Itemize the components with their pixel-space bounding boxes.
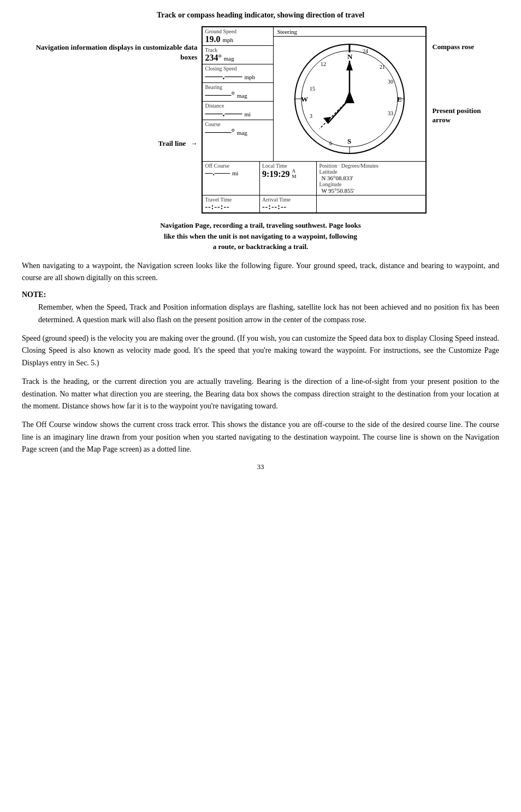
page-number: 33: [22, 463, 499, 471]
body-para-4: The Off Course window shows the current …: [22, 419, 499, 455]
num-21: 21: [380, 64, 385, 70]
north-pointer: [346, 61, 353, 70]
body-para-3: Track is the heading, or the current dir…: [22, 376, 499, 412]
track-value: 234° mag: [205, 53, 271, 63]
compass-S: S: [347, 137, 351, 145]
am-pm-indicator: AM: [292, 169, 297, 180]
distance-value: ——.—— mi: [205, 109, 271, 118]
data-column: Ground Speed 19.0 mph Track 234° mag: [203, 27, 274, 161]
num-33: 33: [388, 110, 393, 116]
longitude-value: W 95°50.855': [321, 187, 423, 194]
course-box: Course ———° mag: [203, 120, 273, 138]
travel-time-label: Travel Time: [205, 197, 257, 203]
latitude-label: Latitude: [319, 169, 423, 175]
closing-speed-box: Closing Speed ——.—— mph: [203, 64, 273, 83]
bearing-unit: mag: [237, 92, 247, 99]
closing-speed-value: ——.—— mph: [205, 72, 271, 81]
bearing-box: Bearing ———° mag: [203, 83, 273, 102]
left-labels: Navigation information displays in custo…: [22, 26, 202, 149]
off-course-label: Off Course: [205, 163, 257, 169]
diagram-caption: Navigation Page, recording a trail, trav…: [97, 220, 424, 252]
trail-line-label: Trail line →: [158, 139, 198, 149]
note-body: Remember, when the Speed, Track and Posi…: [38, 301, 499, 326]
course-label: Course: [205, 121, 271, 127]
num-30: 30: [388, 79, 393, 85]
ground-speed-unit: mph: [222, 37, 233, 43]
position-cell: Position · Degrees/Minutes Latitude N 36…: [317, 162, 425, 195]
off-course-cell: Off Course —.—— mi: [203, 162, 260, 195]
steering-header: Steering: [274, 27, 425, 37]
nav-bottom-grid: Off Course —.—— mi Local Time 9:19:29 AM…: [203, 161, 425, 195]
position-header: Position · Degrees/Minutes: [319, 163, 423, 169]
local-time-label: Local Time: [262, 163, 315, 169]
latitude-value: N 36°08.833': [321, 175, 423, 181]
off-course-value: —.—— mi: [205, 169, 257, 177]
num-15: 15: [310, 86, 315, 92]
nav-top: Ground Speed 19.0 mph Track 234° mag: [203, 27, 425, 161]
travel-time-cell: Travel Time --:--:--: [203, 195, 260, 212]
distance-unit: mi: [244, 111, 251, 117]
bearing-number: ———°: [205, 90, 234, 100]
course-unit: mag: [237, 129, 247, 136]
travel-time-value: --:--:--: [205, 203, 257, 211]
distance-label: Distance: [205, 103, 271, 109]
distance-box: Distance ——.—— mi: [203, 102, 273, 120]
compass-W: W: [301, 95, 308, 103]
num-3: 3: [310, 113, 312, 119]
course-number: ———°: [205, 127, 234, 137]
longitude-label: Longitude: [319, 181, 423, 187]
present-position-arrow: [345, 91, 354, 103]
track-unit: mag: [224, 55, 234, 62]
arrival-time-value: --:--:--: [262, 203, 315, 211]
ground-speed-label: Ground Speed: [205, 28, 271, 34]
compass-rose-label: Compass rose: [432, 43, 499, 52]
course-value: ———° mag: [205, 127, 271, 137]
num-6: 6: [329, 140, 332, 146]
diagram-container: Navigation information displays in custo…: [22, 26, 499, 214]
nav-frame: Ground Speed 19.0 mph Track 234° mag: [202, 26, 427, 214]
bearing-label: Bearing: [205, 84, 271, 90]
trail-line-text: Trail line: [158, 139, 186, 149]
arrival-time-cell: Arrival Time --:--:--: [260, 195, 317, 212]
distance-number: ——.——: [205, 109, 242, 118]
track-label: Track: [205, 47, 271, 53]
right-labels: Compass rose Present position arrow: [427, 26, 499, 125]
num-24: 24: [363, 48, 368, 54]
caption-line1: Navigation Page, recording a trail, trav…: [160, 221, 361, 229]
closing-speed-unit: mph: [244, 74, 255, 80]
trail-arrow: →: [190, 139, 197, 149]
ground-speed-number: 19.0: [205, 34, 220, 44]
compass-rose-container: N S E W 24 21 30 33 6 3 15 12: [274, 37, 425, 161]
num-12: 12: [321, 61, 326, 67]
local-time-display: 9:19:29 AM: [262, 169, 315, 180]
closing-speed-label: Closing Speed: [205, 66, 271, 72]
ground-speed-value: 19.0 mph: [205, 34, 271, 44]
note-heading: NOTE:: [22, 291, 499, 299]
local-time-value: 9:19:29: [262, 169, 290, 179]
compass-E: E: [397, 95, 402, 103]
nav-info-label: Navigation information displays in custo…: [22, 43, 197, 62]
compass-column: Steering: [274, 27, 425, 161]
bearing-value: ———° mag: [205, 90, 271, 100]
body-para-2: Speed (ground speed) is the velocity you…: [22, 333, 499, 369]
local-time-cell: Local Time 9:19:29 AM: [260, 162, 317, 195]
caption-line2: like this when the unit is not navigatin…: [164, 232, 357, 240]
track-box: Track 234° mag: [203, 46, 273, 64]
page-title: Track or compass heading indicator, show…: [22, 11, 499, 20]
compass-N: N: [347, 52, 353, 61]
arrival-time-label: Arrival Time: [262, 197, 315, 203]
compass-rose-svg: N S E W 24 21 30 33 6 3 15 12: [276, 39, 423, 159]
body-para-1: When navigating to a waypoint, the Navig…: [22, 260, 499, 285]
off-course-number: —.——: [205, 169, 230, 177]
off-course-unit: mi: [232, 170, 239, 176]
caption-line3: a route, or backtracking a trail.: [213, 242, 309, 251]
present-position-label: Present position arrow: [432, 106, 499, 125]
closing-speed-number: ——.——: [205, 72, 242, 81]
track-number: 234°: [205, 53, 221, 63]
position-spacer: [317, 195, 425, 212]
ground-speed-box: Ground Speed 19.0 mph: [203, 27, 273, 46]
time-row: Travel Time --:--:-- Arrival Time --:--:…: [203, 195, 425, 212]
